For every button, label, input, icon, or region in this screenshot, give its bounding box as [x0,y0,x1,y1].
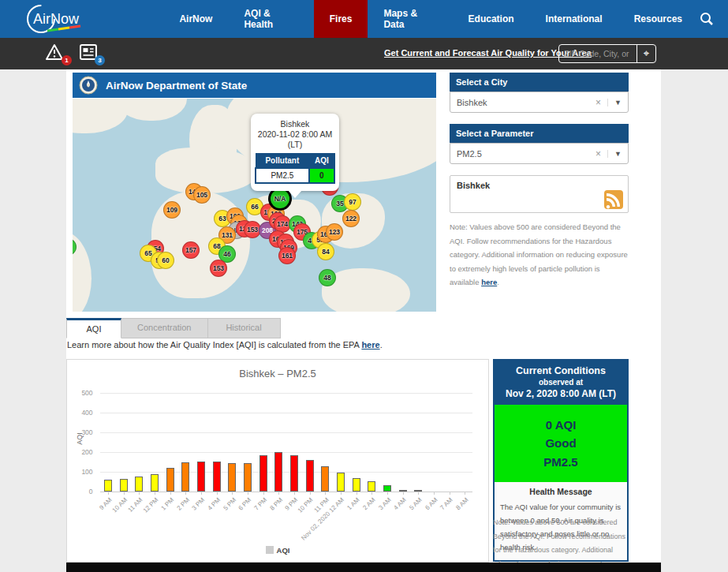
map-marker[interactable]: 123 [326,223,343,241]
chart-bar-4-am[interactable] [399,490,407,492]
chart-bar-12-pm[interactable] [151,474,159,492]
chart-bar-10-pm[interactable] [306,460,314,492]
nav-item-education[interactable]: Education [453,0,530,38]
chart-x-label: 1 PM [159,496,175,512]
chart-bar-3-am[interactable] [383,485,391,492]
sidebar-note-here-link[interactable]: here [481,278,497,286]
city-chevron-down-icon[interactable]: ▼ [607,99,628,107]
learn-more-text: Learn more about how the Air Quality Ind… [67,340,383,350]
nav-item-maps-data[interactable]: Maps & Data [368,0,452,38]
map-marker[interactable]: 153 [210,260,227,277]
popup-timezone: (LT) [255,140,335,150]
footer-bar [66,563,661,572]
chart-x-tick [139,492,140,495]
parameter-chevron-down-icon[interactable]: ▼ [607,150,628,158]
map-marker[interactable]: 122 [342,210,360,227]
zip-search: ⌖ [558,44,656,63]
nav-item-resources[interactable]: Resources [618,0,698,38]
city-clear-icon[interactable]: × [589,97,607,108]
legend-swatch [266,546,274,554]
nav-item-airnow[interactable]: AirNow [163,0,228,38]
alerts-button[interactable]: 1 [46,43,66,62]
chart-x-axis-labels: 9 AM10 AM11 AM12 PM1 PM2 PM3 PM4 PM5 PM6… [100,496,472,551]
map-marker[interactable]: 48 [319,269,336,286]
chart-x-tick [294,492,295,495]
top-navigation: AirNow AirNowAQI & HealthFiresMaps & Dat… [0,0,728,38]
chart-bar-5-pm[interactable] [228,463,236,492]
map-marker[interactable]: 60 [157,252,174,269]
map-marker[interactable]: 105 [193,186,211,204]
chart-x-label: 4 PM [206,496,222,512]
chart-x-tick [418,492,419,495]
chart-bar-3-pm[interactable] [197,462,205,492]
chart-bar-1-am[interactable] [353,478,360,492]
chart-bar-6-pm[interactable] [244,463,252,492]
utility-bar: 1 3 Get Current and Forecast Air Quality… [0,38,728,69]
chart-x-label: 6 PM [237,496,253,512]
chart-x-tick [201,492,202,495]
popup-datetime: 2020-11-02 8:00 AM [255,129,335,140]
map-marker[interactable]: 161 [278,247,296,264]
chart-x-tick [403,492,404,495]
nav-item-international[interactable]: International [530,0,618,38]
nav-item-fires[interactable]: Fires [314,0,368,38]
chart-x-label: 3 PM [191,496,207,512]
tab-concentration[interactable]: Concentration [121,318,208,338]
health-message-title: Health Message [500,487,622,496]
chart-bar-nov-02-2020-12-am[interactable] [337,473,345,492]
city-select[interactable]: Bishkek × ▼ [450,92,629,113]
chart-bar-4-pm[interactable] [213,462,221,492]
map-marker[interactable]: 157 [182,241,200,259]
parameter-select-value: PM2.5 [457,149,482,159]
chart-bar-8-pm[interactable] [274,452,282,492]
chart-bar-9-am[interactable] [104,480,112,492]
map-marker[interactable]: 97 [344,193,361,211]
map-card: AirNow Department of State N/A6614110510… [73,73,436,312]
zip-locate-button[interactable]: ⌖ [637,45,655,62]
chart-tabs: AQIConcentrationHistorical [66,318,281,338]
chart-x-label: 2 AM [361,496,376,511]
parameter-select[interactable]: PM2.5 × ▼ [450,143,629,164]
chart-card: Bishkek – PM2.5 AQI 0100200300400500 9 A… [66,359,489,563]
city-select-value: Bishkek [457,98,487,107]
chart-bar-2-am[interactable] [368,481,375,492]
current-datetime: Nov 2, 2020 8:00 AM (LT) [498,388,624,399]
chart-bar-5-am[interactable] [414,490,422,492]
chart-x-tick [450,492,450,495]
chart-x-tick [387,492,388,495]
learn-more-here-link[interactable]: here [361,340,379,350]
popup-aqi-value: 0 [309,168,334,183]
chart-x-tick [108,492,109,495]
chart-bar-9-pm[interactable] [290,455,298,492]
chart-y-tick: 100 [81,468,92,476]
map-marker[interactable]: 109 [163,201,181,219]
chart-y-tick: 0 [89,488,93,495]
chart-gridline [100,432,472,433]
chart-x-label: 6 AM [424,496,439,511]
current-aqi-category: Good [498,434,624,452]
nav-search-button[interactable] [698,0,728,38]
chart-x-label: 7 AM [439,496,454,511]
chart-bar-7-pm[interactable] [259,455,267,492]
airnow-logo[interactable]: AirNow [24,0,163,38]
parameter-clear-icon[interactable]: × [589,148,607,159]
chart-bar-2-pm[interactable] [181,462,189,492]
tab-aqi[interactable]: AQI [66,318,121,338]
world-map[interactable]: N/A66141105109134359712263109130N/A12815… [73,99,436,312]
chart-x-tick [310,492,311,495]
map-title: AirNow Department of State [106,80,247,92]
tab-historical[interactable]: Historical [208,318,281,338]
nav-item-aqi-health[interactable]: AQI & Health [228,0,313,38]
sidebar-note: Note: Values above 500 are considered Be… [450,220,629,290]
chart-bar-11-am[interactable] [135,477,143,492]
news-button[interactable]: 3 [79,43,99,62]
map-marker[interactable]: 84 [317,243,334,260]
chart-bar-11-pm[interactable] [321,466,329,492]
rss-feed-icon[interactable] [604,190,623,209]
chart-plot-area: 0100200300400500 [100,393,472,492]
chart-x-label: 10 AM [110,496,128,514]
warning-triangle-icon [46,43,63,61]
chart-bar-1-pm[interactable] [166,468,174,492]
zip-search-input[interactable] [559,45,637,62]
chart-bar-10-am[interactable] [120,479,128,492]
